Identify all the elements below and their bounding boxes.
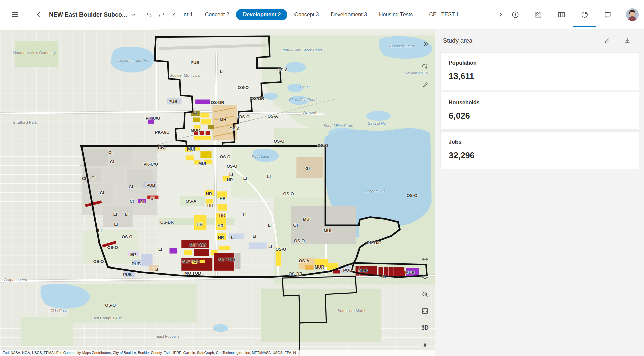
metric-card-jobs: Jobs 32,296: [440, 131, 639, 169]
info-icon[interactable]: [510, 8, 520, 21]
tab-development-2[interactable]: Development 2: [236, 9, 288, 20]
scenario-tabs: nt 1 Concept 2 Development 2 Concept 3 D…: [178, 8, 478, 21]
metric-card-households: Households 6,026: [440, 92, 639, 130]
map-canvas[interactable]: PUBLIOS-AOS-OPUBOS-DROS-DRLIOS-APK-U/OMH…: [0, 29, 435, 356]
metric-card-population: Population 13,611: [440, 52, 639, 90]
style-brush-icon[interactable]: [419, 78, 431, 91]
metric-label: Population: [449, 60, 631, 66]
download-icon[interactable]: [623, 36, 632, 45]
compass-north-icon[interactable]: [419, 338, 431, 351]
metric-value: 6,026: [449, 111, 631, 121]
metric-value: 13,611: [449, 71, 631, 81]
edit-pencil-icon[interactable]: [602, 36, 612, 45]
redo-button[interactable]: [155, 8, 168, 21]
table-icon[interactable]: [556, 8, 567, 21]
chevron-down-icon: [130, 12, 136, 17]
select-features-icon[interactable]: [419, 60, 431, 73]
study-area-panel: Study area Population 13,611 Households …: [435, 29, 644, 356]
back-button[interactable]: [32, 8, 46, 21]
undo-button[interactable]: [142, 8, 156, 21]
tab-development-1[interactable]: nt 1: [178, 9, 198, 20]
3d-toggle-button[interactable]: 3D: [419, 321, 431, 334]
tab-development-3[interactable]: Development 3: [325, 9, 372, 20]
collapse-panel-icon[interactable]: [419, 38, 431, 50]
plan-title: NEW East Boulder Subco...: [49, 11, 127, 18]
header-icon-group: [510, 8, 639, 21]
metric-value: 32,296: [449, 151, 631, 160]
tab-concept-2[interactable]: Concept 2: [200, 9, 235, 20]
basemap: [0, 29, 435, 356]
plan-title-menu[interactable]: NEW East Boulder Subco...: [49, 8, 136, 21]
menu-icon[interactable]: [9, 8, 22, 21]
plans-icon[interactable]: [533, 8, 543, 21]
tab-housing-tests[interactable]: Housing Tests...: [374, 9, 423, 20]
panel-title: Study area: [443, 37, 472, 44]
tabs-overflow-button[interactable]: ...: [465, 10, 478, 20]
panel-header: Study area: [435, 29, 644, 52]
charts-icon[interactable]: [580, 8, 590, 21]
zoom-to-chart-icon[interactable]: [419, 288, 431, 301]
tab-concept-3[interactable]: Concept 3: [289, 9, 324, 20]
metric-label: Households: [449, 100, 631, 106]
tabs-scroll-right[interactable]: [494, 8, 507, 21]
daylight-icon[interactable]: [419, 271, 431, 284]
avatar[interactable]: [626, 8, 639, 21]
metrics-chart-icon[interactable]: [419, 305, 431, 317]
tab-ce-test[interactable]: CE - TEST I: [424, 9, 464, 20]
metric-cards: Population 13,611 Households 6,026 Jobs …: [435, 52, 644, 169]
map-attribution: Esri, NASA, NGA, USGS, FEMA | Esri Commu…: [0, 350, 435, 356]
app-header: NEW East Boulder Subco... nt 1 Concept 2…: [0, 0, 644, 29]
resize-icon[interactable]: [419, 253, 431, 266]
comments-icon[interactable]: [603, 8, 613, 21]
metric-label: Jobs: [449, 139, 631, 145]
